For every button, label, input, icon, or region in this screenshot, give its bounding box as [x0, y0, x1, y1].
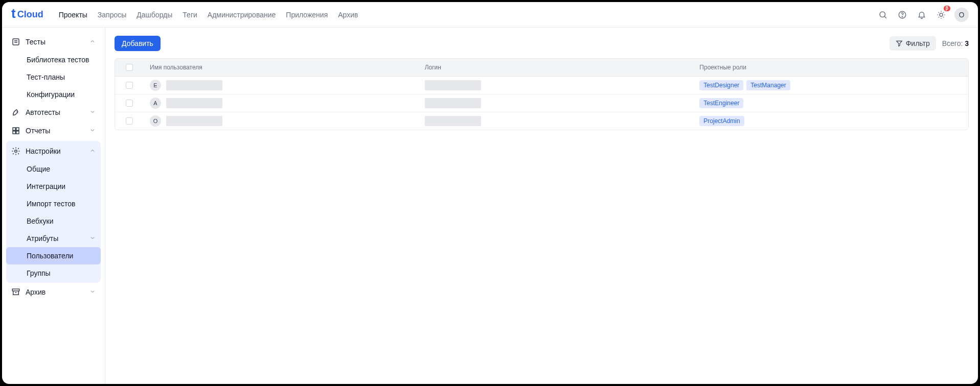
svg-line-9	[939, 12, 939, 12]
chevron-down-icon	[89, 127, 96, 135]
sidebar-attributes-label: Атрибуты	[27, 234, 58, 243]
row-checkbox[interactable]	[126, 100, 133, 107]
sidebar-autotests[interactable]: Автотесты	[6, 103, 101, 122]
topbar: t Cloud Проекты Запросы Дашборды Теги Ад…	[2, 2, 978, 28]
chevron-down-icon	[89, 234, 96, 243]
svg-rect-16	[13, 128, 15, 130]
header-username[interactable]: Имя пользователя	[144, 64, 419, 71]
redacted-login	[425, 80, 481, 90]
chevron-up-icon	[89, 147, 96, 155]
redacted-login	[425, 98, 481, 108]
sidebar-import-tests[interactable]: Импорт тестов	[6, 195, 101, 212]
users-table: Имя пользователя Логин Проектные роли E …	[115, 58, 969, 130]
topnav-projects[interactable]: Проекты	[59, 11, 87, 19]
user-avatar[interactable]: O	[954, 8, 969, 22]
sidebar-reports[interactable]: Отчеты	[6, 122, 101, 140]
filter-icon	[896, 40, 903, 47]
svg-marker-23	[896, 41, 902, 46]
sidebar-archive-label: Архив	[26, 288, 45, 296]
table-row[interactable]: O ProjectAdmin	[115, 112, 968, 130]
theme-icon[interactable]: β	[935, 9, 947, 21]
topnav-admin[interactable]: Администрирование	[208, 11, 276, 19]
app-logo[interactable]: t Cloud	[11, 8, 43, 21]
table-row[interactable]: E TestDesigner TestManager	[115, 77, 968, 94]
logo-mark-icon: t	[11, 7, 16, 20]
row-checkbox[interactable]	[126, 82, 133, 89]
logo-text: Cloud	[17, 9, 43, 20]
svg-rect-18	[13, 131, 15, 134]
rocket-icon	[11, 108, 20, 117]
role-tag[interactable]: TestDesigner	[699, 80, 743, 90]
chevron-up-icon	[89, 38, 96, 46]
sidebar-settings-group: Настройки Общие Интеграции Импорт тестов…	[6, 141, 101, 283]
row-avatar: E	[150, 80, 161, 91]
sidebar-settings[interactable]: Настройки	[6, 142, 101, 160]
sidebar-tests-label: Тесты	[26, 38, 45, 46]
row-avatar: A	[150, 98, 161, 109]
role-tag[interactable]: TestManager	[746, 80, 790, 90]
table-row[interactable]: A TestEngineer	[115, 94, 968, 112]
topnav-tags[interactable]: Теги	[183, 11, 197, 19]
select-all-checkbox[interactable]	[126, 64, 133, 71]
sidebar-archive[interactable]: Архив	[6, 283, 101, 301]
svg-rect-21	[12, 289, 19, 291]
chevron-down-icon	[89, 288, 96, 296]
help-icon[interactable]	[896, 9, 908, 21]
header-roles[interactable]: Проектные роли	[693, 64, 968, 71]
sidebar-groups[interactable]: Группы	[6, 264, 101, 282]
svg-point-4	[940, 13, 943, 16]
role-tag[interactable]: TestEngineer	[699, 98, 743, 108]
toolbar: Добавить Фильтр Всего: 3	[115, 36, 969, 51]
total-label: Всего:	[942, 39, 963, 47]
redacted-username	[166, 80, 222, 90]
add-button[interactable]: Добавить	[115, 36, 161, 51]
row-avatar: O	[150, 115, 161, 127]
topnav-apps[interactable]: Приложения	[286, 11, 328, 19]
sidebar-test-plans[interactable]: Тест-планы	[6, 68, 101, 86]
topnav-requests[interactable]: Запросы	[98, 11, 126, 19]
header-checkbox-cell	[115, 64, 144, 71]
svg-line-10	[943, 17, 944, 17]
sidebar-reports-label: Отчеты	[26, 127, 50, 135]
filter-label: Фильтр	[906, 39, 930, 47]
sidebar-webhooks[interactable]: Вебхуки	[6, 212, 101, 230]
topbar-right: β O	[877, 8, 969, 22]
beta-badge: β	[944, 6, 951, 11]
main-content: Добавить Фильтр Всего: 3 Имя пользовател…	[105, 28, 978, 384]
total-value: 3	[965, 39, 969, 47]
sidebar-settings-label: Настройки	[26, 147, 61, 155]
redacted-username	[166, 98, 222, 108]
svg-point-0	[880, 12, 885, 17]
svg-line-1	[884, 16, 886, 18]
sidebar-configurations[interactable]: Конфигурации	[6, 86, 101, 103]
svg-point-20	[15, 150, 17, 153]
sidebar-integrations[interactable]: Интеграции	[6, 178, 101, 195]
role-tag[interactable]: ProjectAdmin	[699, 116, 744, 126]
sidebar-users[interactable]: Пользователи	[6, 247, 101, 264]
table-header: Имя пользователя Логин Проектные роли	[115, 59, 968, 77]
svg-rect-19	[16, 131, 19, 134]
header-login[interactable]: Логин	[419, 64, 694, 71]
filter-button[interactable]: Фильтр	[890, 36, 936, 51]
archive-icon	[11, 287, 20, 297]
redacted-username	[166, 116, 222, 126]
redacted-login	[425, 116, 481, 126]
sidebar-test-library[interactable]: Библиотека тестов	[6, 51, 101, 68]
search-icon[interactable]	[877, 9, 889, 21]
sidebar-autotests-label: Автотесты	[26, 108, 60, 116]
total-count: Всего: 3	[942, 39, 969, 47]
topnav-archive[interactable]: Архив	[338, 11, 358, 19]
top-nav: Проекты Запросы Дашборды Теги Администри…	[59, 11, 358, 19]
grid-icon	[11, 126, 20, 135]
row-checkbox[interactable]	[126, 117, 133, 125]
topnav-dashboards[interactable]: Дашборды	[136, 11, 172, 19]
bell-icon[interactable]	[916, 9, 928, 21]
sidebar-attributes[interactable]: Атрибуты	[6, 230, 101, 247]
svg-line-12	[943, 12, 944, 12]
svg-rect-17	[16, 128, 19, 130]
sidebar: Тесты Библиотека тестов Тест-планы Конфи…	[2, 28, 105, 384]
sidebar-general[interactable]: Общие	[6, 160, 101, 178]
sidebar-tests[interactable]: Тесты	[6, 33, 101, 51]
gear-icon	[11, 147, 20, 156]
chevron-down-icon	[89, 108, 96, 116]
